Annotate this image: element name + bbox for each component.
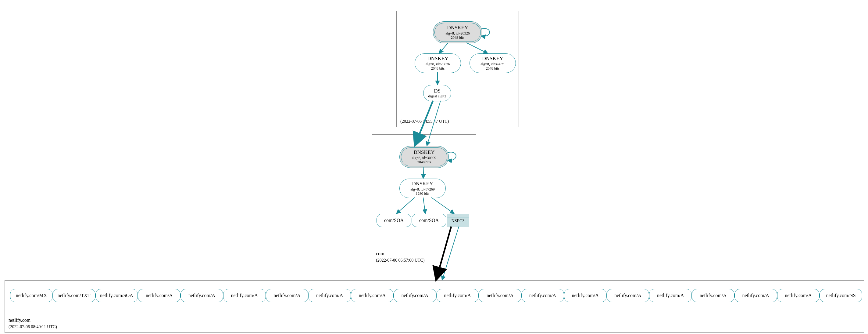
netlify-record: netlify.com/A [607,289,649,302]
com-nsec3-label: NSEC3 [447,217,469,225]
com-soa-2: com/SOA [411,214,446,227]
zone-root-label: . (2022-07-06 04:55:47 UTC) [400,112,449,124]
netlify-record-label: netlify.com/TXT [58,293,91,298]
root-zsk2-title: DNSKEY [470,56,516,62]
com-soa-2-label: com/SOA [419,218,439,223]
zone-root-timestamp: (2022-07-06 04:55:47 UTC) [400,119,449,123]
netlify-record-label: netlify.com/A [231,293,258,298]
root-zsk-title: DNSKEY [415,56,461,62]
netlify-record: netlify.com/A [266,289,309,302]
root-zsk-sub1: alg=8, id=20826 [415,62,461,66]
root-zsk-dnskey: DNSKEY alg=8, id=20826 2048 bits [415,53,461,73]
com-soa-1-label: com/SOA [384,218,404,223]
com-nsec3: NSEC3 [447,214,469,227]
netlify-record: netlify.com/A [479,289,521,302]
netlify-record-label: netlify.com/A [146,293,173,298]
root-zsk2-sub2: 2048 bits [470,66,516,71]
netlify-record-label: netlify.com/NS [826,293,856,298]
netlify-record-label: netlify.com/MX [16,293,47,298]
netlify-record-label: netlify.com/A [188,293,215,298]
netlify-record: netlify.com/SOA [95,289,138,302]
netlify-record-label: netlify.com/A [742,293,769,298]
root-ds-title: DS [424,88,451,94]
netlify-record: netlify.com/NS [819,289,862,302]
netlify-record-label: netlify.com/A [614,293,641,298]
netlify-record-label: netlify.com/A [444,293,471,298]
root-ds-sub1: digest alg=2 [424,94,451,98]
netlify-record: netlify.com/A [223,289,266,302]
dnssec-diagram: . (2022-07-06 04:55:47 UTC) com (2022-07… [0,0,868,334]
netlify-record: netlify.com/A [777,289,820,302]
netlify-record: netlify.com/A [351,289,394,302]
netlify-record-label: netlify.com/SOA [100,293,133,298]
com-ksk-sub1: alg=8, id=30909 [401,156,447,160]
netlify-record: netlify.com/A [735,289,777,302]
netlify-record: netlify.com/A [564,289,607,302]
netlify-record: netlify.com/A [649,289,692,302]
netlify-record-label: netlify.com/A [700,293,726,298]
com-ksk-dnskey: DNSKEY alg=8, id=30909 2048 bits [399,146,449,168]
netlify-record-label: netlify.com/A [487,293,514,298]
root-zsk-sub2: 2048 bits [415,66,461,71]
netlify-record-label: netlify.com/A [359,293,386,298]
netlify-record-label: netlify.com/A [401,293,428,298]
root-ksk-title: DNSKEY [435,25,480,31]
netlify-record: netlify.com/A [394,289,436,302]
netlify-record: netlify.com/A [138,289,181,302]
zone-com-timestamp: (2022-07-06 06:57:00 UTC) [376,258,424,262]
zone-com-label: com (2022-07-06 06:57:00 UTC) [376,251,424,263]
netlify-record: netlify.com/A [436,289,479,302]
netlify-record-label: netlify.com/A [529,293,556,298]
com-zsk-sub1: alg=8, id=37269 [400,187,445,191]
root-ksk-dnskey: DNSKEY alg=8, id=20326 2048 bits [433,21,482,44]
netlify-record: netlify.com/A [308,289,351,302]
root-ds: DS digest alg=2 [423,85,451,101]
netlify-record: netlify.com/A [181,289,223,302]
netlify-record-label: netlify.com/A [572,293,598,298]
netlify-record-label: netlify.com/A [316,293,343,298]
netlify-record-label: netlify.com/A [785,293,812,298]
root-ksk-sub1: alg=8, id=20326 [435,31,480,35]
netlify-record: netlify.com/TXT [53,289,95,302]
netlify-record-label: netlify.com/A [657,293,684,298]
com-zsk-title: DNSKEY [400,181,445,187]
com-zsk-dnskey: DNSKEY alg=8, id=37269 1280 bits [399,178,446,198]
zone-netlify-label: netlify.com (2022-07-06 08:40:11 UTC) [8,317,57,330]
com-soa-1: com/SOA [376,214,411,227]
com-ksk-sub2: 2048 bits [401,160,447,164]
com-zsk-sub2: 1280 bits [400,191,445,196]
root-zsk2-dnskey: DNSKEY alg=8, id=47671 2048 bits [469,53,516,73]
com-ksk-title: DNSKEY [401,149,447,156]
zone-netlify-name: netlify.com [8,317,30,323]
netlify-record: netlify.com/MX [10,289,53,302]
netlify-record: netlify.com/A [692,289,735,302]
root-ksk-sub2: 2048 bits [435,35,480,40]
root-zsk2-sub1: alg=8, id=47671 [470,62,516,66]
zone-root-name: . [400,112,402,117]
zone-netlify: netlify.com (2022-07-06 08:40:11 UTC) [5,280,864,333]
zone-netlify-timestamp: (2022-07-06 08:40:11 UTC) [8,325,57,329]
zone-com-name: com [376,251,384,256]
netlify-record-label: netlify.com/A [274,293,300,298]
netlify-record: netlify.com/A [521,289,564,302]
